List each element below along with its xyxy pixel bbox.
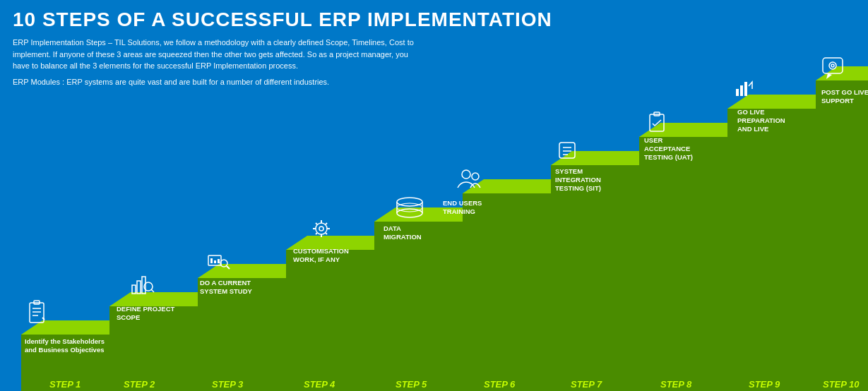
step4-label: STEP 4 <box>304 379 335 390</box>
step4-title-line2: WORK, IF ANY <box>293 255 340 263</box>
step7-title-line2: INTEGRATION <box>555 176 601 184</box>
step10-top <box>816 66 868 80</box>
svg-line-21 <box>316 233 317 234</box>
step4-face <box>286 250 374 391</box>
step7-label: STEP 7 <box>571 379 602 390</box>
step1-title-line2: and Business Objectives <box>25 346 104 354</box>
step8-face <box>639 137 727 391</box>
step8-label: STEP 8 <box>660 379 692 390</box>
page-title: 10 STEPS OF A SUCCESSFUL ERP IMPLEMENTAT… <box>13 8 855 31</box>
step2-title-line2: SCOPE <box>117 313 140 321</box>
svg-line-22 <box>326 223 327 224</box>
svg-point-14 <box>319 227 323 231</box>
svg-rect-11 <box>218 259 220 263</box>
svg-rect-9 <box>210 258 213 263</box>
svg-line-20 <box>326 233 327 234</box>
step8-title-line3: TESTING (UAT) <box>644 153 693 161</box>
step6-icon <box>462 170 470 179</box>
svg-rect-10 <box>214 260 216 263</box>
step6-face <box>463 193 551 391</box>
step1-label: STEP 1 <box>49 379 81 390</box>
step5-title-line2: MIGRATION <box>384 233 422 241</box>
step7-title-line3: TESTING (SIT) <box>555 184 601 192</box>
step6-label: STEP 6 <box>484 379 516 390</box>
step7-title-line1: SYSTEM <box>555 167 583 175</box>
step1-icon <box>30 303 44 323</box>
step5-face <box>374 222 463 391</box>
step4-title-line1: CUSTOMISATION <box>293 247 349 255</box>
step7-face <box>551 165 639 391</box>
svg-point-27 <box>472 173 479 180</box>
step9-icon <box>736 89 739 96</box>
staircase-diagram: STEP 1 STEP 2 STEP 3 STEP 4 STEP 5 STEP … <box>0 38 868 391</box>
step8-title-line1: USER <box>644 136 663 144</box>
step8-title-line2: ACCEPTANCE <box>644 145 690 152</box>
step9-title-line1: GO LIVE <box>737 108 765 116</box>
svg-rect-6 <box>142 277 145 294</box>
step4-icon <box>316 223 327 234</box>
step2-label: STEP 2 <box>124 379 155 390</box>
svg-point-35 <box>829 62 836 69</box>
svg-rect-5 <box>137 281 141 294</box>
svg-line-19 <box>316 223 317 224</box>
step10-title-line1: POST GO LIVE <box>821 88 868 96</box>
step1-title-line1: Identify the Stakeholders <box>25 337 105 345</box>
step10-title-line2: SUPPORT <box>821 97 854 104</box>
step3-title-line1: DO A CURRENT <box>200 279 251 287</box>
step9-title-line2: PREPARATION <box>737 116 785 124</box>
step5-title-line1: DATA <box>384 224 401 232</box>
svg-rect-33 <box>744 82 747 96</box>
step6-title-line1: END USERS <box>443 199 482 207</box>
step5-label: STEP 5 <box>396 379 427 390</box>
step6-title-line2: TRAINING <box>443 207 475 215</box>
step3-label: STEP 3 <box>212 379 244 390</box>
step3-title-line2: SYSTEM STUDY <box>200 287 253 295</box>
svg-point-36 <box>831 64 834 67</box>
step10-face <box>816 80 868 391</box>
svg-line-8 <box>151 289 154 292</box>
step10-label: STEP 10 <box>823 379 860 390</box>
svg-rect-32 <box>740 85 743 96</box>
step3-face <box>198 278 286 391</box>
step9-face <box>727 109 816 391</box>
step9-label: STEP 9 <box>749 379 780 390</box>
step2-title-line1: DEFINE PROJECT <box>117 305 175 313</box>
step9-title-line3: AND LIVE <box>737 125 768 133</box>
